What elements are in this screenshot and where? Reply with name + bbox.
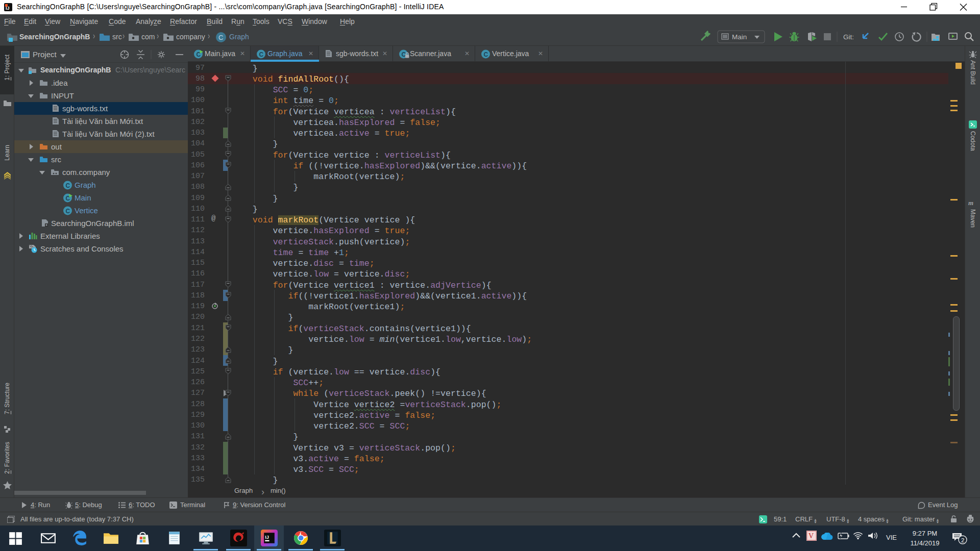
svg-text:C: C — [218, 34, 223, 41]
svg-text:C: C — [484, 51, 488, 58]
svg-text:2: 2 — [961, 537, 964, 543]
svg-text:IJ: IJ — [6, 6, 10, 11]
svg-text:C: C — [66, 208, 70, 215]
svg-text:V: V — [808, 532, 814, 540]
svg-text:Git:: Git: — [843, 33, 854, 41]
svg-text:IJ: IJ — [265, 535, 269, 540]
svg-text:Main: Main — [732, 33, 747, 41]
svg-text:C: C — [259, 51, 264, 58]
svg-text:C: C — [66, 182, 70, 189]
